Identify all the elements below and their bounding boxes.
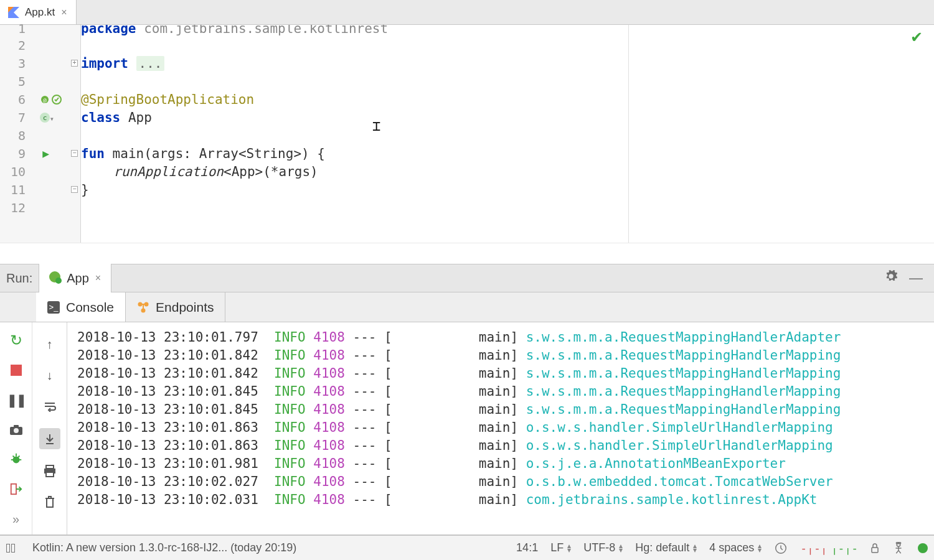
line-number: 9	[18, 146, 26, 161]
line-number: 12	[11, 200, 26, 215]
class-kw: class	[81, 110, 120, 125]
svg-rect-26	[46, 472, 54, 477]
svg-rect-15	[14, 425, 19, 427]
soft-wrap-button[interactable]	[40, 397, 59, 416]
run-application-call: runApplication	[113, 164, 224, 179]
text-caret-icon: ⌶	[372, 118, 380, 134]
fold-collapse-icon[interactable]: −	[71, 150, 78, 157]
kotlin-file-icon	[7, 6, 20, 19]
spring-run-icon	[48, 270, 62, 287]
svg-rect-23	[11, 484, 16, 495]
run-label: Run:	[4, 271, 32, 286]
file-tab-label: App.kt	[25, 6, 55, 19]
svg-point-16	[14, 428, 19, 433]
svg-rect-24	[46, 465, 54, 469]
line-number: 5	[18, 74, 26, 89]
line-number: 3	[18, 56, 26, 71]
run-config-tab[interactable]: App ×	[39, 264, 111, 292]
close-brace: }	[81, 182, 89, 197]
tab-console-label: Console	[66, 300, 114, 315]
scroll-down-button[interactable]: ↓	[40, 366, 59, 385]
svg-line-22	[17, 456, 19, 458]
file-tab[interactable]: App.kt ×	[0, 0, 77, 24]
close-icon[interactable]: ×	[94, 273, 102, 284]
endpoints-icon	[137, 301, 149, 314]
pause-button[interactable]: ❚❚	[7, 391, 26, 409]
svg-text:@: @	[43, 97, 47, 103]
main-signature: main(args: Array<String>) {	[113, 146, 325, 161]
status-bar: Kotlin: A new version 1.3.0-rc-168-IJ2..…	[0, 535, 934, 560]
tab-console[interactable]: >_ Console	[36, 292, 126, 322]
vcs-branch[interactable]: Hg: default▴▾	[635, 541, 697, 554]
exit-button[interactable]	[7, 480, 26, 498]
rerun-button[interactable]: ↻	[7, 331, 26, 350]
line-number: 6	[18, 92, 26, 107]
print-button[interactable]	[40, 462, 59, 480]
line-separator[interactable]: LF▴▾	[550, 541, 571, 554]
editor-bottom-gap	[0, 243, 934, 264]
svg-line-21	[12, 456, 14, 458]
folded-imports[interactable]: ...	[136, 56, 165, 71]
class-name: App	[128, 110, 152, 125]
scroll-up-button[interactable]: ↑	[40, 335, 59, 353]
toolwindow-quickaccess-icon[interactable]	[6, 544, 15, 553]
vcs-changes-icon[interactable]: -╷-╷ ╷-╷-	[800, 541, 858, 554]
run-gutter-icon[interactable]: ▶	[42, 147, 49, 160]
line-number: 7	[18, 110, 26, 125]
tab-endpoints-label: Endpoints	[156, 300, 214, 315]
run-config-name: App	[67, 271, 89, 286]
file-encoding[interactable]: UTF-8▴▾	[583, 541, 623, 554]
spring-bean-icons[interactable]: @	[40, 95, 62, 105]
code-area[interactable]: package com.jetbrains.sample.kotlinrest …	[81, 25, 934, 243]
run-toolwindow-body: ↻ ❚❚ » ↑ ↓ 2018-10-13 23:10:01.797 INFO …	[0, 322, 934, 535]
editor-gutter[interactable]: 1 2 3 + 5 6 @ 7 c ▾ 8 9 ▶ − 10 11 − 12	[0, 25, 81, 243]
kotlin-class-icon[interactable]: c	[39, 112, 50, 123]
scroll-to-end-button[interactable]	[39, 428, 60, 449]
line-number: 10	[11, 164, 26, 179]
run-application-args: <App>(*args)	[224, 164, 318, 179]
import-kw: import	[81, 56, 128, 71]
run-subtabs: >_ Console Endpoints	[0, 292, 934, 322]
line-number: 8	[18, 128, 26, 143]
gear-icon[interactable]	[884, 269, 898, 287]
fold-expand-icon[interactable]: +	[71, 60, 78, 67]
package-kw: package	[81, 25, 136, 36]
clear-all-button[interactable]	[40, 493, 59, 511]
fold-collapse-icon[interactable]: −	[71, 186, 78, 193]
editor-tabbar: App.kt ×	[0, 0, 934, 25]
status-message[interactable]: Kotlin: A new version 1.3.0-rc-168-IJ2..…	[32, 541, 296, 554]
close-icon[interactable]: ×	[60, 7, 68, 18]
console-output[interactable]: 2018-10-13 23:10:01.797 INFO 4108 --- [ …	[67, 322, 934, 534]
line-number: 11	[11, 182, 26, 197]
minimize-icon[interactable]: —	[909, 270, 923, 286]
memory-indicator-icon[interactable]	[774, 541, 788, 555]
run-action-rail: ↻ ❚❚ »	[0, 322, 32, 534]
tab-endpoints[interactable]: Endpoints	[126, 292, 225, 322]
more-actions-button[interactable]: »	[7, 510, 26, 528]
stop-button[interactable]	[7, 361, 26, 380]
console-action-rail: ↑ ↓	[32, 322, 67, 534]
svg-text:c: c	[43, 114, 47, 122]
indent-settings[interactable]: 4 spaces▴▾	[709, 541, 762, 554]
background-tasks-ok-icon[interactable]	[918, 543, 928, 553]
chevron-down-icon[interactable]: ▾	[50, 114, 54, 123]
line-number: 2	[18, 38, 26, 53]
read-only-lock-icon[interactable]	[870, 543, 879, 553]
line-number: 1	[18, 21, 26, 36]
console-icon: >_	[47, 301, 60, 314]
svg-rect-28	[872, 548, 878, 553]
caret-position[interactable]: 14:1	[516, 541, 538, 554]
attach-debugger-button[interactable]	[7, 450, 26, 469]
code-editor[interactable]: ✔ 1 2 3 + 5 6 @ 7 c ▾ 8 9 ▶ − 10 11 − 12…	[0, 25, 934, 243]
dump-threads-button[interactable]	[7, 421, 26, 439]
run-toolwindow-header: Run: App × —	[0, 264, 934, 292]
svg-point-8	[55, 278, 62, 284]
inspection-profile-icon[interactable]	[892, 541, 905, 555]
annotation: @SpringBootApplication	[81, 92, 254, 107]
package-value: com.jetbrains.sample.kotlinrest	[144, 25, 388, 36]
fun-kw: fun	[81, 146, 105, 161]
